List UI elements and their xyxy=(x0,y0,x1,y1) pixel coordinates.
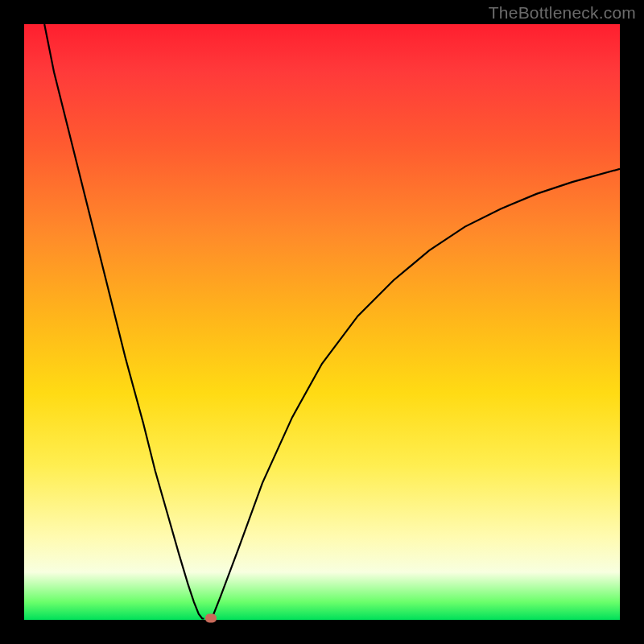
curve-left-branch xyxy=(44,24,204,619)
optimal-point-marker xyxy=(205,613,217,622)
plot-area xyxy=(24,24,620,620)
watermark-text: TheBottleneck.com xyxy=(489,3,636,23)
curve-right-branch xyxy=(212,169,620,619)
chart-frame: TheBottleneck.com xyxy=(0,0,644,644)
bottleneck-curve xyxy=(24,24,620,620)
